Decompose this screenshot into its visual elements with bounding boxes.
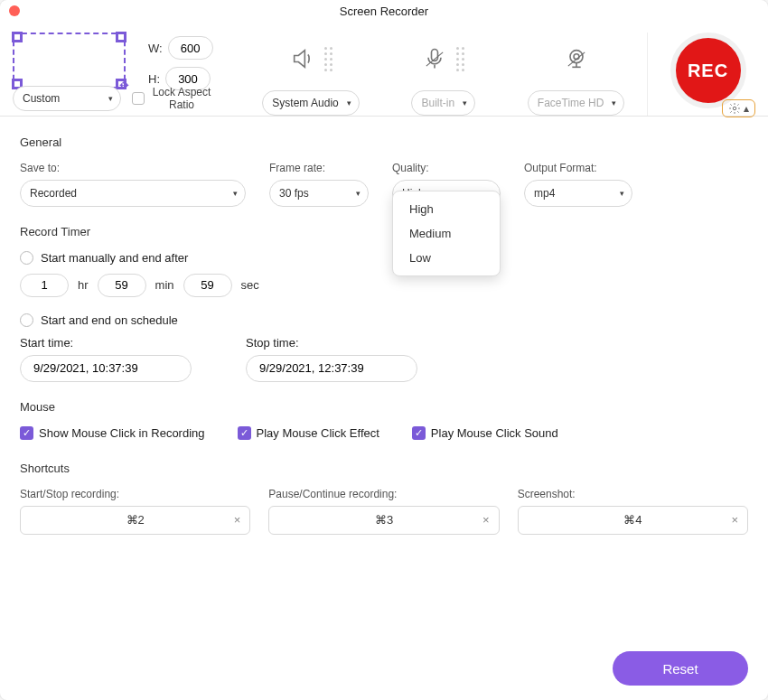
quality-option-high[interactable]: High (393, 197, 500, 221)
mouse-heading: Mouse (20, 400, 748, 414)
timer-hours-input[interactable] (20, 274, 69, 297)
camera-off-icon (564, 46, 589, 71)
shortcut-pause-input[interactable]: ⌘3 × (268, 506, 499, 535)
timer-schedule-radio[interactable]: Start and end on schedule (20, 313, 748, 327)
lock-aspect-checkbox[interactable]: Lock Aspect Ratio (132, 86, 213, 112)
save-to-select[interactable]: Recorded (20, 180, 246, 207)
settings-toggle-button[interactable]: ▴ (722, 99, 755, 117)
general-heading: General (20, 135, 748, 149)
system-audio-source: System Audio (249, 33, 373, 116)
camera-value: FaceTime HD (538, 97, 604, 109)
stop-time-input[interactable] (246, 355, 417, 382)
width-input[interactable] (168, 36, 213, 60)
lock-aspect-label: Lock Aspect Ratio (150, 86, 213, 112)
microphone-select[interactable]: Built-in (411, 90, 475, 116)
shortcut-screenshot-label: Screenshot: (518, 488, 748, 500)
settings-panel: General Save to: Recorded Frame rate: 30… (0, 125, 768, 637)
quality-label: Quality: (392, 162, 501, 174)
frame-rate-select[interactable]: 30 fps (269, 180, 369, 207)
svg-rect-0 (432, 50, 438, 61)
speaker-icon (290, 46, 315, 71)
shortcut-pause-label: Pause/Continue recording: (268, 488, 499, 500)
svg-point-1 (570, 51, 583, 63)
mouse-click-sound-checkbox[interactable]: ✓ Play Mouse Click Sound (412, 426, 558, 440)
mouse-show-click-checkbox[interactable]: ✓ Show Mouse Click in Recording (20, 426, 205, 440)
timer-seconds-input[interactable] (183, 274, 232, 297)
move-icon: ✥ (119, 79, 129, 92)
svg-point-3 (733, 107, 736, 110)
window-controls (9, 5, 20, 16)
clear-icon[interactable]: × (731, 513, 738, 527)
shortcut-startstop-label: Start/Stop recording: (20, 488, 250, 500)
shortcut-value: ⌘4 (623, 513, 642, 527)
shortcut-value: ⌘2 (126, 513, 145, 527)
width-label: W: (148, 42, 163, 55)
quality-dropdown-menu: High Medium Low (392, 191, 501, 276)
system-audio-value: System Audio (272, 97, 338, 109)
sec-label: sec (241, 278, 259, 292)
output-format-label: Output Format: (524, 162, 632, 174)
cb-label: Play Mouse Click Sound (431, 426, 558, 440)
system-audio-select[interactable]: System Audio (262, 90, 359, 116)
area-preset-value: Custom (23, 92, 60, 105)
timer-schedule-label: Start and end on schedule (41, 313, 178, 327)
quality-option-medium[interactable]: Medium (393, 221, 500, 246)
stop-time-label: Stop time: (246, 336, 417, 350)
area-preset-select[interactable]: Custom (13, 86, 121, 111)
cb-label: Show Mouse Click in Recording (39, 426, 205, 440)
camera-source: FaceTime HD (514, 33, 638, 116)
checkbox-icon (132, 92, 145, 105)
camera-select[interactable]: FaceTime HD (528, 90, 625, 116)
app-window: Screen Recorder ✥ W: H: (0, 0, 768, 700)
start-time-input[interactable] (20, 355, 192, 382)
footer: Reset (0, 637, 768, 700)
audio-level-icon (324, 47, 332, 71)
frame-rate-label: Frame rate: (269, 162, 369, 174)
timer-minutes-input[interactable] (98, 274, 146, 297)
mic-level-icon (456, 47, 464, 71)
svg-point-2 (574, 54, 579, 60)
record-button-label: REC (688, 61, 728, 81)
microphone-value: Built-in (421, 97, 454, 109)
mouse-click-effect-checkbox[interactable]: ✓ Play Mouse Click Effect (238, 426, 379, 440)
clear-icon[interactable]: × (482, 513, 490, 527)
radio-icon (20, 251, 33, 265)
shortcuts-heading: Shortcuts (20, 462, 748, 475)
hr-label: hr (78, 278, 89, 292)
record-button[interactable]: REC (670, 33, 746, 108)
checkbox-checked-icon: ✓ (20, 426, 33, 440)
timer-heading: Record Timer (20, 225, 748, 238)
clear-icon[interactable]: × (234, 513, 241, 527)
quality-option-low[interactable]: Low (393, 246, 500, 270)
gear-icon (728, 102, 741, 115)
reset-button[interactable]: Reset (613, 651, 748, 686)
output-format-select[interactable]: mp4 (524, 180, 632, 207)
shortcut-value: ⌘3 (375, 513, 393, 527)
frame-rate-value: 30 fps (279, 187, 309, 200)
window-title: Screen Recorder (340, 5, 428, 18)
save-to-value: Recorded (30, 187, 77, 200)
radio-icon (20, 313, 33, 327)
timer-manual-label: Start manually and end after (41, 251, 188, 265)
checkbox-checked-icon: ✓ (412, 426, 426, 440)
start-time-label: Start time: (20, 336, 192, 350)
microphone-off-icon (422, 46, 447, 71)
chevron-up-icon: ▴ (744, 102, 749, 115)
close-window-button[interactable] (9, 5, 20, 16)
titlebar: Screen Recorder (0, 0, 768, 22)
output-format-value: mp4 (534, 187, 555, 200)
timer-manual-radio[interactable]: Start manually and end after (20, 251, 748, 265)
min-label: min (155, 278, 174, 292)
record-column: REC ▴ (647, 33, 755, 116)
checkbox-checked-icon: ✓ (238, 426, 251, 440)
shortcut-screenshot-input[interactable]: ⌘4 × (518, 506, 748, 535)
save-to-label: Save to: (20, 162, 246, 174)
cb-label: Play Mouse Click Effect (257, 426, 379, 440)
shortcut-startstop-input[interactable]: ⌘2 × (20, 506, 250, 535)
